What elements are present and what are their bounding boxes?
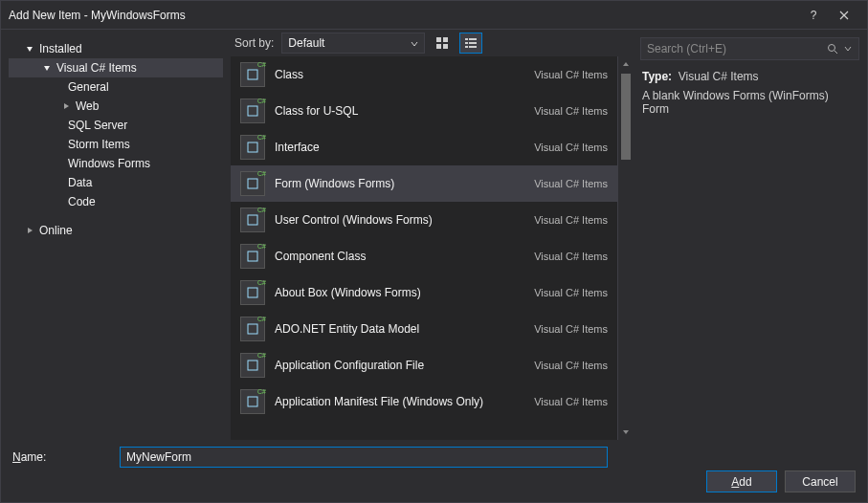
template-item-icon: C#: [240, 244, 265, 269]
svg-rect-15: [248, 252, 257, 261]
svg-rect-2: [436, 44, 441, 49]
template-item[interactable]: C#Form (Windows Forms)Visual C# Items: [231, 165, 617, 202]
name-input[interactable]: [120, 447, 608, 468]
svg-rect-16: [248, 288, 257, 297]
template-panel: Sort by: Default: [231, 30, 633, 440]
sort-dropdown[interactable]: Default: [281, 33, 425, 54]
tree-label: Windows Forms: [68, 157, 150, 170]
template-item-language: Visual C# Items: [534, 178, 608, 189]
template-item-icon: C#: [240, 98, 265, 123]
template-item-language: Visual C# Items: [534, 323, 608, 335]
svg-rect-19: [248, 397, 257, 406]
type-label: Type:: [642, 70, 672, 83]
tree-node-windows-forms[interactable]: Windows Forms: [9, 154, 223, 173]
template-item-name: User Control (Windows Forms): [275, 213, 524, 227]
tree-node-sql-server[interactable]: SQL Server: [9, 116, 223, 135]
tree-node-csharp-items[interactable]: Visual C# Items: [9, 58, 223, 77]
svg-rect-12: [248, 142, 257, 152]
tree-node-code[interactable]: Code: [9, 192, 223, 211]
help-button[interactable]: ?: [798, 2, 829, 29]
svg-rect-8: [465, 46, 468, 48]
svg-rect-0: [436, 37, 441, 42]
template-item-language: Visual C# Items: [534, 287, 608, 298]
template-item-language: Visual C# Items: [534, 105, 608, 117]
tree-label: Online: [39, 224, 73, 237]
template-item-icon: C#: [240, 171, 265, 196]
tree-label: Storm Items: [68, 138, 130, 151]
tree-label: Data: [68, 176, 92, 189]
sort-label: Sort by:: [234, 36, 274, 50]
bottom-panel: Name: Add Cancel: [1, 440, 867, 502]
tree-node-storm-items[interactable]: Storm Items: [9, 135, 223, 154]
search-input[interactable]: [647, 42, 824, 55]
search-dropdown-button[interactable]: [841, 46, 855, 52]
template-item-name: Component Class: [275, 250, 524, 263]
close-button[interactable]: [829, 2, 859, 29]
list-icon: [464, 36, 478, 50]
view-small-icons-button[interactable]: [459, 33, 482, 54]
template-item[interactable]: C#Class for U-SQLVisual C# Items: [231, 93, 617, 129]
template-list[interactable]: C#ClassVisual C# ItemsC#Class for U-SQLV…: [231, 56, 617, 440]
chevron-down-icon: [41, 62, 53, 74]
name-row: Name:: [12, 446, 856, 469]
svg-rect-7: [469, 42, 477, 44]
svg-rect-4: [465, 38, 468, 40]
template-item-language: Visual C# Items: [534, 360, 608, 371]
template-item[interactable]: C#ADO.NET Entity Data ModelVisual C# Ite…: [231, 311, 617, 347]
list-scrollbar[interactable]: [617, 56, 633, 440]
chevron-down-icon: [411, 36, 418, 50]
template-item[interactable]: C#Component ClassVisual C# Items: [231, 238, 617, 274]
dialog-buttons: Add Cancel: [12, 470, 856, 492]
svg-rect-14: [248, 215, 257, 225]
add-button[interactable]: Add: [706, 470, 777, 492]
template-item-icon: C#: [240, 353, 265, 378]
template-item-language: Visual C# Items: [534, 69, 608, 80]
type-value: Visual C# Items: [679, 70, 759, 83]
chevron-down-icon: [24, 43, 35, 55]
template-item[interactable]: C#Application Configuration FileVisual C…: [231, 347, 617, 383]
grid-icon: [435, 36, 449, 50]
template-item[interactable]: C#ClassVisual C# Items: [231, 56, 617, 93]
view-medium-icons-button[interactable]: [431, 33, 454, 54]
template-item[interactable]: C#User Control (Windows Forms)Visual C# …: [231, 202, 617, 238]
template-item[interactable]: C#Application Manifest File (Windows Onl…: [231, 383, 617, 420]
tree-label: Code: [68, 195, 96, 208]
template-item-name: Application Configuration File: [275, 359, 524, 372]
category-tree: Installed Visual C# Items General Web SQ…: [1, 30, 231, 440]
details-panel: Type: Visual C# Items A blank Windows Fo…: [633, 30, 867, 440]
svg-rect-5: [469, 38, 477, 40]
template-item-name: Application Manifest File (Windows Only): [275, 395, 524, 408]
tree-node-general[interactable]: General: [9, 77, 223, 97]
scroll-up-button[interactable]: [618, 56, 634, 72]
scroll-down-button[interactable]: [618, 425, 634, 440]
svg-rect-18: [248, 361, 257, 370]
tree-label: SQL Server: [68, 119, 127, 132]
tree-node-data[interactable]: Data: [9, 173, 223, 192]
template-item-name: Interface: [275, 141, 524, 154]
template-item-name: Class: [275, 68, 524, 81]
template-item-language: Visual C# Items: [534, 251, 608, 262]
search-box[interactable]: [640, 37, 859, 60]
svg-rect-11: [248, 106, 257, 116]
svg-rect-17: [248, 324, 257, 334]
tree-label: Installed: [39, 42, 82, 55]
svg-rect-10: [248, 70, 257, 79]
tree-node-installed[interactable]: Installed: [9, 39, 223, 58]
svg-rect-6: [465, 42, 468, 44]
chevron-right-icon: [24, 225, 35, 236]
scroll-thumb[interactable]: [621, 74, 631, 160]
tree-label: Visual C# Items: [56, 61, 137, 75]
template-item-icon: C#: [240, 280, 265, 305]
svg-rect-1: [443, 37, 448, 42]
template-item[interactable]: C#About Box (Windows Forms)Visual C# Ite…: [231, 274, 617, 311]
template-item[interactable]: C#InterfaceVisual C# Items: [231, 129, 617, 165]
template-item-name: Form (Windows Forms): [275, 177, 524, 190]
cancel-button[interactable]: Cancel: [785, 470, 856, 492]
tree-node-web[interactable]: Web: [9, 97, 223, 116]
search-icon[interactable]: [824, 43, 841, 55]
tree-node-online[interactable]: Online: [9, 221, 223, 240]
template-item-name: About Box (Windows Forms): [275, 286, 524, 299]
svg-point-20: [829, 45, 835, 52]
sort-value: Default: [288, 36, 324, 50]
template-item-icon: C#: [240, 208, 265, 232]
